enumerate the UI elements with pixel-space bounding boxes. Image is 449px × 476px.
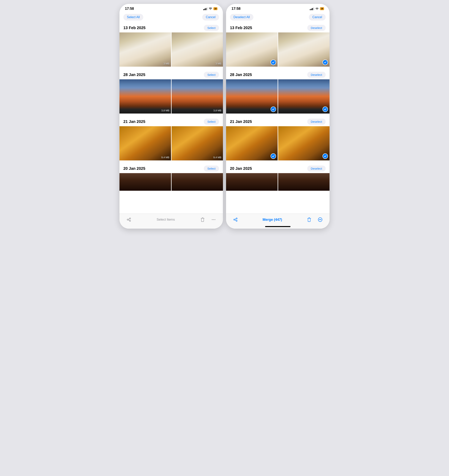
- right-content: 13 Feb 2025 Deselect: [226, 23, 330, 229]
- right-deselect-btn-2[interactable]: Deselect: [307, 72, 326, 78]
- right-section-4: 20 Jan 2025 Deselect: [226, 164, 330, 194]
- right-photo-grid-2: [226, 79, 330, 114]
- right-photo-3-2[interactable]: [278, 126, 330, 161]
- right-section-3-header: 21 Jan 2025 Deselect: [226, 117, 330, 126]
- left-date-1: 13 Feb 2025: [123, 26, 146, 30]
- left-more-button[interactable]: [210, 216, 217, 223]
- left-content: 13 Feb 2025 Select 3 MB: [119, 23, 223, 229]
- left-photo-2-2[interactable]: 3,8 MB: [172, 79, 223, 114]
- right-photo-4-2[interactable]: [278, 173, 330, 191]
- left-photo-grid-3: 9,4 MB 9,4 MB: [119, 126, 223, 161]
- left-photo-4-2[interactable]: [172, 173, 223, 191]
- left-section-4: 20 Jan 2025 Select: [119, 164, 223, 194]
- left-bottom-bar: Select Items: [119, 214, 223, 229]
- deselect-all-button[interactable]: Deselect All: [230, 14, 253, 21]
- left-select-btn-1[interactable]: Select: [204, 25, 219, 31]
- right-share-button[interactable]: [232, 216, 239, 223]
- left-photo-4-1[interactable]: [119, 173, 171, 191]
- right-photo-grid-4: [226, 173, 330, 191]
- svg-point-6: [321, 219, 321, 220]
- left-photo-1-2[interactable]: 3 MB: [172, 32, 223, 67]
- left-phone: 17:58 18: [119, 4, 223, 229]
- right-photo-3-1[interactable]: [226, 126, 278, 161]
- left-photo-grid-4: [119, 173, 223, 191]
- home-indicator: [265, 226, 291, 227]
- right-more-button[interactable]: [317, 216, 324, 223]
- right-check-2-1: [270, 107, 276, 112]
- select-all-button[interactable]: Select All: [123, 14, 143, 21]
- left-section-3-header: 21 Jan 2025 Select: [119, 117, 223, 126]
- right-status-icons: 18: [310, 7, 324, 10]
- svg-point-2: [212, 219, 212, 220]
- right-merge-label[interactable]: Merge (447): [263, 218, 282, 222]
- left-section-1: 13 Feb 2025 Select 3 MB: [119, 23, 223, 70]
- left-bottom-label: Select Items: [157, 218, 175, 222]
- signal-icon: [203, 7, 208, 10]
- right-deselect-btn-3[interactable]: Deselect: [307, 119, 326, 125]
- right-check-2-2: [322, 107, 328, 112]
- left-size-1-2: 3 MB: [215, 62, 221, 65]
- left-time: 17:58: [125, 7, 134, 11]
- right-section-2: 28 Jan 2025 Deselect: [226, 70, 330, 117]
- right-deselect-btn-4[interactable]: Deselect: [307, 166, 326, 172]
- right-photo-4-1[interactable]: [226, 173, 278, 191]
- left-delete-button[interactable]: [199, 216, 206, 223]
- right-check-1-2: [322, 60, 328, 65]
- right-photo-1-1[interactable]: [226, 32, 278, 67]
- left-battery: 18: [213, 7, 218, 10]
- left-cancel-button[interactable]: Cancel: [202, 14, 219, 21]
- wifi-icon: [209, 7, 212, 10]
- right-cancel-button[interactable]: Cancel: [309, 14, 326, 21]
- left-date-2: 28 Jan 2025: [123, 73, 145, 77]
- left-photo-1-1[interactable]: 3 MB: [119, 32, 171, 67]
- left-status-icons: 18: [203, 7, 218, 10]
- left-select-btn-3[interactable]: Select: [204, 119, 219, 125]
- right-wifi-icon: [315, 7, 319, 10]
- left-select-btn-4[interactable]: Select: [204, 166, 219, 172]
- left-photo-grid-1: 3 MB 3 MB: [119, 32, 223, 67]
- right-photo-2-2[interactable]: [278, 79, 330, 114]
- right-battery: 18: [320, 7, 324, 10]
- right-date-3: 21 Jan 2025: [230, 119, 252, 124]
- right-date-4: 20 Jan 2025: [230, 166, 252, 171]
- right-status-bar: 17:58 18: [226, 4, 330, 12]
- right-check-3-2: [322, 153, 328, 159]
- left-status-bar: 17:58 18: [119, 4, 223, 12]
- right-top-bar: Deselect All Cancel: [226, 12, 330, 23]
- right-deselect-btn-1[interactable]: Deselect: [307, 25, 326, 31]
- left-date-3: 21 Jan 2025: [123, 119, 145, 124]
- left-photo-3-2[interactable]: 9,4 MB: [172, 126, 223, 161]
- svg-point-1: [215, 219, 215, 220]
- left-size-2-2: 3,8 MB: [213, 109, 221, 112]
- svg-point-4: [319, 219, 320, 220]
- phones-container: 17:58 18: [116, 0, 333, 233]
- right-photo-1-2[interactable]: [278, 32, 330, 67]
- right-date-2: 28 Jan 2025: [230, 73, 252, 77]
- left-photo-2-1[interactable]: 3,8 MB: [119, 79, 171, 114]
- left-size-1-1: 3 MB: [163, 62, 169, 65]
- right-date-1: 13 Feb 2025: [230, 26, 252, 30]
- left-select-btn-2[interactable]: Select: [204, 72, 219, 78]
- left-section-4-header: 20 Jan 2025 Select: [119, 164, 223, 173]
- left-section-2-header: 28 Jan 2025 Select: [119, 70, 223, 79]
- left-photo-grid-2: 3,8 MB 3,8 MB: [119, 79, 223, 114]
- right-photo-2-1[interactable]: [226, 79, 278, 114]
- right-delete-button[interactable]: [306, 216, 313, 223]
- svg-point-5: [320, 219, 320, 220]
- right-phone: 17:58 18 Deselect Al: [226, 4, 330, 229]
- right-section-1: 13 Feb 2025 Deselect: [226, 23, 330, 70]
- right-section-4-header: 20 Jan 2025 Deselect: [226, 164, 330, 173]
- right-check-1-1: [270, 60, 276, 65]
- left-date-4: 20 Jan 2025: [123, 166, 145, 171]
- right-section-3: 21 Jan 2025 Deselect: [226, 117, 330, 164]
- left-section-2: 28 Jan 2025 Select 3,8 MB 3,8 MB: [119, 70, 223, 117]
- left-size-2-1: 3,8 MB: [161, 109, 169, 112]
- left-section-3: 21 Jan 2025 Select 9,4 MB 9,4 MB: [119, 117, 223, 164]
- left-photo-3-1[interactable]: 9,4 MB: [119, 126, 171, 161]
- right-section-2-header: 28 Jan 2025 Deselect: [226, 70, 330, 79]
- left-share-button[interactable]: [125, 216, 132, 223]
- right-photo-grid-1: [226, 32, 330, 67]
- right-time: 17:58: [231, 7, 241, 11]
- svg-point-0: [213, 219, 214, 220]
- left-size-3-1: 9,4 MB: [161, 156, 169, 159]
